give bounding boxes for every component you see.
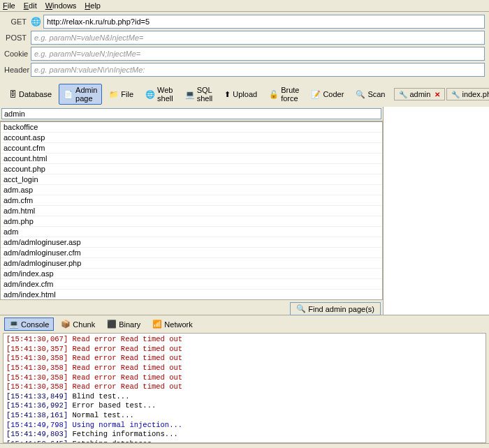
find-admin-pages-button[interactable]: 🔍 Find admin page(s)	[290, 302, 381, 315]
list-item[interactable]: adm/admloginuser.asp	[1, 237, 382, 248]
close-icon[interactable]: ✕	[435, 91, 440, 98]
lower-tab-chunk[interactable]: 📦Chunk	[56, 318, 100, 331]
tool-web-shell-icon: 🌐	[145, 90, 155, 99]
log-line: [15:41:38,161] Normal test...	[6, 411, 483, 421]
lower-tab-binary[interactable]: ⬛Binary	[102, 318, 145, 331]
list-item[interactable]: adm.php	[1, 216, 382, 227]
tool-web-shell-label: Web shell	[157, 86, 173, 103]
get-label: GET	[4, 17, 31, 26]
menubar: File Edit Windows Help	[0, 0, 489, 12]
log-line: [15:41:33,849] Blind test...	[6, 392, 483, 402]
tool-sql-shell[interactable]: 💻SQL shell	[180, 84, 218, 105]
ltab-label: Console	[21, 320, 49, 329]
console-output[interactable]: [15:41:30,067] Read error Read timed out…	[3, 333, 486, 443]
ltab-label: Network	[164, 320, 192, 329]
tool-upload[interactable]: ⬆Upload	[219, 84, 262, 105]
tool-database[interactable]: 🗄Database	[4, 84, 57, 105]
list-item[interactable]: account.asp	[1, 133, 382, 143]
cookie-label: Cookie	[4, 50, 31, 58]
tool-scan-label: Scan	[367, 90, 385, 98]
toolbar: 🗄Database📄Admin page📁File🌐Web shell💻SQL …	[0, 82, 489, 107]
tab-label: admin	[409, 90, 430, 98]
log-line: [15:41:30,358] Read error Read timed out	[6, 382, 483, 392]
log-line: [15:41:30,358] Read error Read timed out	[6, 354, 483, 364]
right-tab-admin[interactable]: 🔧admin✕	[394, 88, 445, 100]
cookie-input[interactable]	[31, 47, 485, 61]
list-item[interactable]: acct_login	[1, 174, 382, 185]
post-input[interactable]	[31, 31, 485, 45]
log-line: [15:41:30,067] Read error Read timed out	[6, 335, 483, 345]
tool-coder-icon: 📝	[311, 90, 321, 99]
status-bar: Database versionMySQL 5.5.44 Current dbs…	[0, 443, 489, 448]
tab-label: index.php	[462, 90, 489, 98]
lower-tab-network[interactable]: 📶Network	[147, 318, 197, 331]
right-tab-indexphp[interactable]: 🔧index.php✕	[446, 88, 489, 100]
list-item[interactable]: adm/index.asp	[1, 269, 382, 279]
tool-scan-icon: 🔍	[356, 90, 365, 99]
list-item[interactable]: adm/index.cfm	[1, 279, 382, 290]
list-item[interactable]: adm/admloginuser.php	[1, 258, 382, 269]
tab-icon: 🔧	[451, 91, 460, 98]
tool-upload-label: Upload	[233, 90, 257, 98]
log-line: [15:41:30,358] Read error Read timed out	[6, 364, 483, 373]
post-label: POST	[4, 33, 31, 42]
tool-brute-force[interactable]: 🔓Brute force	[264, 84, 304, 105]
request-panel: GET 🌐 POST Cookie Header	[0, 12, 489, 82]
list-item[interactable]: adm.html	[1, 206, 382, 216]
list-item[interactable]: adm.asp	[1, 185, 382, 195]
tool-coder-label: Coder	[323, 90, 344, 98]
ltab-icon: 💻	[9, 320, 19, 329]
tool-web-shell[interactable]: 🌐Web shell	[140, 84, 178, 105]
menu-windows[interactable]: Windows	[45, 1, 77, 10]
lower-tab-console[interactable]: 💻Console	[4, 318, 54, 331]
tool-file-label: File	[121, 90, 133, 98]
ltab-icon: ⬛	[107, 320, 117, 329]
admin-pages-list[interactable]: backofficeaccount.aspaccount.cfmaccount.…	[0, 121, 383, 300]
right-tabs: 🔧admin✕🔧index.php✕	[394, 88, 489, 100]
ltab-icon: 📦	[61, 320, 71, 329]
tool-database-label: Database	[19, 90, 52, 98]
list-item[interactable]: adm/index.html	[1, 290, 382, 300]
log-line: [15:41:30,357] Read error Read timed out	[6, 345, 483, 354]
tool-file-icon: 📁	[109, 90, 119, 99]
log-line: [15:41:49,798] Using normal injection...	[6, 421, 483, 431]
tool-scan[interactable]: 🔍Scan	[351, 84, 390, 105]
tool-database-icon: 🗄	[9, 90, 17, 98]
menu-help[interactable]: Help	[85, 1, 101, 10]
list-item[interactable]: adm/admloginuser.cfm	[1, 248, 382, 258]
tool-coder[interactable]: 📝Coder	[306, 84, 349, 105]
ltab-label: Chunk	[73, 320, 95, 329]
menu-edit[interactable]: Edit	[24, 1, 37, 10]
tool-admin-page-icon: 📄	[64, 90, 73, 99]
search-icon: 🔍	[296, 304, 306, 313]
admin-search-input[interactable]	[1, 108, 381, 119]
list-item[interactable]: adm	[1, 227, 382, 237]
list-item[interactable]: adm.cfm	[1, 195, 382, 206]
list-item[interactable]: account.html	[1, 154, 382, 164]
tool-sql-shell-icon: 💻	[185, 90, 195, 99]
tool-file[interactable]: 📁File	[104, 84, 138, 105]
tool-admin-page-label: Admin page	[75, 86, 97, 103]
tab-icon: 🔧	[399, 91, 407, 98]
get-input[interactable]	[43, 15, 485, 29]
header-input[interactable]	[31, 63, 485, 77]
preview-pane	[383, 107, 489, 315]
menu-file[interactable]: File	[3, 1, 15, 10]
list-item[interactable]: backoffice	[1, 122, 382, 133]
ltab-icon: 📶	[152, 320, 162, 329]
tool-brute-force-icon: 🔓	[269, 90, 279, 99]
tool-sql-shell-label: SQL shell	[197, 86, 213, 103]
ltab-label: Binary	[119, 320, 140, 329]
list-item[interactable]: account.php	[1, 164, 382, 174]
globe-icon: 🌐	[31, 17, 41, 27]
main-split: backofficeaccount.aspaccount.cfmaccount.…	[0, 107, 489, 315]
find-button-label: Find admin page(s)	[308, 305, 374, 313]
tool-upload-icon: ⬆	[224, 90, 231, 99]
tool-brute-force-label: Brute force	[281, 86, 299, 103]
tool-admin-page[interactable]: 📄Admin page	[59, 84, 102, 105]
list-item[interactable]: account.cfm	[1, 143, 382, 154]
log-line: [15:41:30,358] Read error Read timed out	[6, 373, 483, 383]
log-line: [15:41:49,803] Fetching informations...	[6, 430, 483, 440]
header-label: Header	[4, 66, 31, 74]
log-line: [15:41:36,992] Error based test...	[6, 401, 483, 411]
